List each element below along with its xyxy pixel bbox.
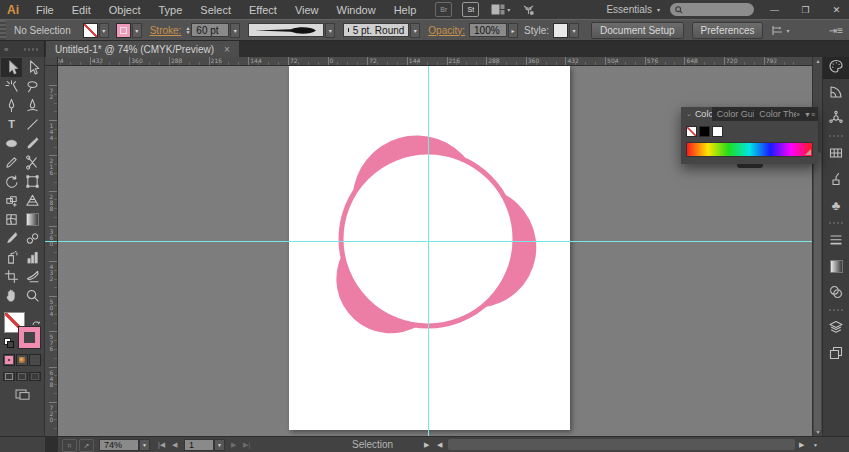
layout-switcher-button[interactable]: ▾ xyxy=(491,4,510,15)
menu-object[interactable]: Object xyxy=(100,4,150,16)
document-setup-button[interactable]: Document Setup xyxy=(591,22,684,39)
white-swatch[interactable] xyxy=(712,126,723,137)
menu-edit[interactable]: Edit xyxy=(63,4,100,16)
fill-stroke-indicator[interactable] xyxy=(4,312,40,348)
tool-pencil[interactable] xyxy=(1,153,22,172)
stroke-swatch-dropdown[interactable]: ▾ xyxy=(132,23,142,38)
tool-line-segment[interactable] xyxy=(22,115,43,134)
panel-overflow-icon[interactable]: » xyxy=(796,111,800,118)
first-artboard-icon[interactable]: |◀ xyxy=(158,439,165,451)
panel-collapse-icon[interactable]: ⌄ xyxy=(686,110,692,118)
align-options-button[interactable]: ▾ xyxy=(771,25,789,36)
app-logo[interactable]: Ai xyxy=(0,3,27,17)
vertical-scroll-thumb[interactable] xyxy=(814,152,821,432)
artboard-number-field[interactable]: 1 xyxy=(184,439,214,451)
dock-gradient-panel-button[interactable] xyxy=(823,253,849,279)
stroke-swatch[interactable] xyxy=(116,23,131,38)
screen-mode-button[interactable] xyxy=(0,389,44,400)
color-mode-button[interactable] xyxy=(3,354,15,366)
sync-status-icon[interactable] xyxy=(522,4,535,16)
panel-resize-grip[interactable] xyxy=(805,149,811,155)
opacity-flyout[interactable]: ▸ xyxy=(508,23,518,38)
tool-selection[interactable] xyxy=(1,58,22,77)
color-panel-tab-color[interactable]: ⌄Color xyxy=(681,107,712,121)
none-swatch[interactable] xyxy=(686,126,697,137)
tool-free-transform[interactable] xyxy=(22,172,43,191)
tool-column-graph[interactable] xyxy=(22,248,43,267)
black-swatch[interactable] xyxy=(699,126,710,137)
color-panel-tab-color-guide[interactable]: Color Guide xyxy=(712,107,755,121)
panel-drag-handle[interactable] xyxy=(737,164,763,168)
tool-magic-wand[interactable] xyxy=(1,77,22,96)
menu-view[interactable]: View xyxy=(286,4,328,16)
fill-dropdown[interactable]: ▾ xyxy=(99,23,109,38)
menu-help[interactable]: Help xyxy=(385,4,426,16)
tool-type[interactable]: T xyxy=(1,115,22,134)
panel-menu-icon[interactable]: ▼≡ xyxy=(804,111,815,118)
tool-zoom[interactable] xyxy=(22,286,43,305)
dock-stroke-panel-button[interactable] xyxy=(823,227,849,253)
dock-color-guide-button[interactable] xyxy=(823,79,849,105)
menu-file[interactable]: File xyxy=(27,4,63,16)
color-panel-tab-color-them[interactable]: Color Them xyxy=(754,107,796,121)
zoom-level-field[interactable]: 74% xyxy=(99,439,139,451)
artboard-dropdown[interactable]: ▼ xyxy=(214,439,225,451)
hscroll-right-icon[interactable]: ▶ xyxy=(799,439,804,451)
default-fill-stroke-icon[interactable] xyxy=(4,338,13,346)
horizontal-scroll-thumb[interactable] xyxy=(448,439,795,450)
restore-button[interactable]: ❐ xyxy=(795,2,816,17)
workspace-switcher[interactable]: Essentials ▾ xyxy=(606,4,660,15)
status-tool-icon[interactable]: ⌗ xyxy=(62,439,77,452)
stroke-weight-dropdown[interactable]: ▾ xyxy=(230,23,240,38)
menu-type[interactable]: Type xyxy=(150,4,192,16)
dock-swatches-button[interactable] xyxy=(823,140,849,166)
brush-definition-field[interactable]: 5 pt. Round xyxy=(343,23,409,37)
style-swatch[interactable] xyxy=(553,23,568,38)
status-text[interactable]: Selection xyxy=(352,439,393,451)
style-dropdown[interactable]: ▾ xyxy=(569,23,579,38)
collapse-toolbar-icon[interactable]: « xyxy=(4,45,8,54)
menu-effect[interactable]: Effect xyxy=(240,4,286,16)
stroke-weight-field[interactable]: 60 pt xyxy=(191,23,229,37)
tab-close-icon[interactable]: × xyxy=(224,44,230,55)
control-bar-grip[interactable] xyxy=(0,20,6,40)
dock-layers-button[interactable] xyxy=(823,314,849,340)
stroke-link[interactable]: Stroke: xyxy=(150,25,182,36)
toolbar-grip[interactable] xyxy=(24,48,40,51)
zoom-dropdown[interactable]: ▼ xyxy=(139,439,150,451)
vertical-ruler[interactable]: 72144216288360432504576648720792 xyxy=(45,66,58,436)
tool-ellipse[interactable] xyxy=(1,134,22,153)
swap-fill-stroke-icon[interactable] xyxy=(32,313,40,331)
dock-recolor-button[interactable] xyxy=(823,105,849,131)
export-icon[interactable]: ↗ xyxy=(79,439,94,452)
tool-hand[interactable] xyxy=(1,286,22,305)
next-artboard-icon[interactable]: ▶ xyxy=(231,439,236,451)
stock-button[interactable]: St xyxy=(462,2,479,17)
draw-behind-button[interactable] xyxy=(16,372,28,381)
search-box[interactable] xyxy=(670,3,754,16)
tool-rotate[interactable] xyxy=(1,172,22,191)
menu-select[interactable]: Select xyxy=(191,4,240,16)
tool-slice[interactable] xyxy=(22,267,43,286)
tool-shape-builder[interactable] xyxy=(1,191,22,210)
tool-lasso[interactable] xyxy=(22,77,43,96)
menu-window[interactable]: Window xyxy=(328,4,385,16)
last-artboard-icon[interactable]: ▶| xyxy=(243,439,250,451)
document-tab[interactable]: Untitled-1* @ 74% (CMYK/Preview) × xyxy=(46,41,239,57)
bridge-button[interactable]: Br xyxy=(435,2,452,17)
gradient-mode-button[interactable] xyxy=(16,354,28,366)
tool-gradient[interactable] xyxy=(22,210,43,229)
vertical-guide[interactable] xyxy=(428,66,429,436)
stroke-weight-stepper[interactable]: ▲▼ xyxy=(185,26,190,34)
dock-symbols-button[interactable]: ♣ xyxy=(823,192,849,218)
color-spectrum-ramp[interactable] xyxy=(686,142,813,157)
hscroll-left-icon[interactable]: ◀ xyxy=(437,439,442,451)
search-input[interactable] xyxy=(686,4,745,16)
tool-artboard[interactable] xyxy=(1,267,22,286)
tool-eyedropper[interactable] xyxy=(1,229,22,248)
prev-artboard-icon[interactable]: ◀ xyxy=(172,439,177,451)
tool-symbol-sprayer[interactable] xyxy=(1,248,22,267)
horizontal-ruler[interactable]: 5044323602882161447207214421628836043250… xyxy=(58,57,812,66)
ruler-corner[interactable] xyxy=(45,57,58,66)
dock-brushes-button[interactable] xyxy=(823,166,849,192)
